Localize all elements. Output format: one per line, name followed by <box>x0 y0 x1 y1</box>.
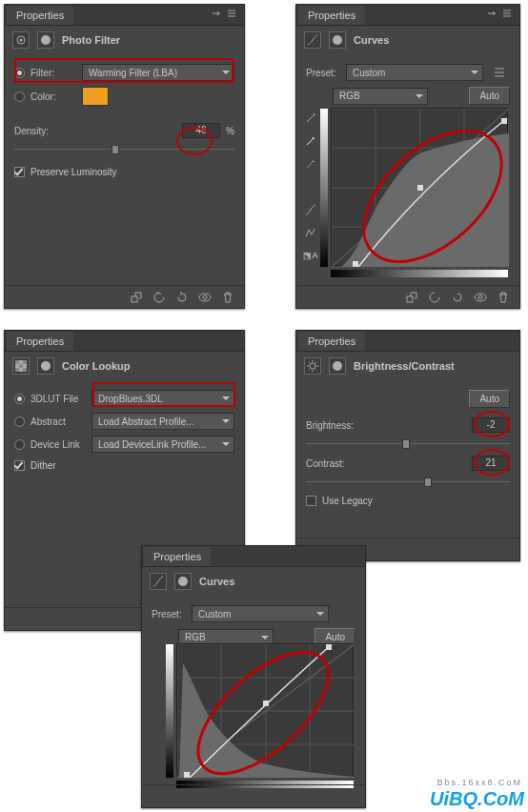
edit-points-icon[interactable] <box>148 737 165 754</box>
sample-gray-icon[interactable] <box>148 691 165 708</box>
clip-icon[interactable] <box>401 289 422 306</box>
clip-display-icon[interactable]: ⬔A <box>302 247 319 264</box>
panel-title: Color Lookup <box>62 360 131 372</box>
sample-black-icon[interactable] <box>148 714 165 731</box>
auto-button[interactable]: Auto <box>469 87 510 105</box>
visibility-icon[interactable] <box>315 788 336 805</box>
legacy-label: Use Legacy <box>322 496 373 506</box>
clip-icon[interactable] <box>247 788 268 805</box>
tabbar: Properties <box>296 331 519 352</box>
curves-tools <box>148 645 165 800</box>
reset-icon[interactable] <box>447 289 468 306</box>
layer-mask-icon[interactable] <box>37 357 54 375</box>
collapse-icon[interactable] <box>348 550 361 561</box>
clip-icon[interactable] <box>126 289 147 306</box>
visibility-icon[interactable] <box>470 289 491 306</box>
sample-black-icon[interactable] <box>302 178 319 195</box>
draw-curve-icon[interactable] <box>302 224 319 241</box>
panel-photo-filter: Properties Photo Filter Filter: Warming … <box>4 4 245 309</box>
curves-graph[interactable] <box>331 108 508 266</box>
tabbar: Properties <box>5 331 244 352</box>
panel-header: Curves <box>142 567 365 596</box>
brightness-value[interactable]: -2 <box>472 417 510 433</box>
collapse-icon[interactable] <box>502 9 516 20</box>
sample-white-icon[interactable] <box>148 668 165 685</box>
svg-point-4 <box>203 295 207 299</box>
auto-button[interactable]: Auto <box>469 390 510 408</box>
tab-properties[interactable]: Properties <box>7 6 73 25</box>
layer-mask-icon[interactable] <box>37 31 54 49</box>
brightness-label: Brightness: <box>306 420 363 431</box>
preset-menu-icon[interactable] <box>335 605 355 622</box>
color-radio[interactable] <box>14 91 25 102</box>
brightness-icon <box>304 357 321 375</box>
visibility-icon[interactable] <box>194 289 215 306</box>
curves-icon <box>304 31 321 49</box>
tab-properties[interactable]: Properties <box>298 6 365 25</box>
lut-radio[interactable] <box>14 394 25 404</box>
layer-mask-icon[interactable] <box>174 573 192 590</box>
panel-title: Photo Filter <box>62 34 120 46</box>
prev-state-icon[interactable] <box>424 289 445 306</box>
trash-icon[interactable] <box>493 289 514 306</box>
reset-icon[interactable] <box>293 788 314 805</box>
draw-curve-icon[interactable] <box>148 760 165 777</box>
svg-point-1 <box>20 39 23 42</box>
dither-checkbox[interactable] <box>14 460 25 471</box>
panel-title: Brightness/Contrast <box>354 360 455 372</box>
collapse-icon[interactable] <box>227 9 240 20</box>
layer-mask-icon[interactable] <box>329 357 346 375</box>
filter-dropdown[interactable]: Warming Filter (LBA) <box>82 64 234 81</box>
panel-menu-icon[interactable] <box>485 9 498 20</box>
trash-icon[interactable] <box>493 541 514 558</box>
lut-dropdown[interactable]: DropBlues.3DL <box>91 390 234 407</box>
visibility-icon[interactable] <box>470 541 491 558</box>
clip-icon[interactable] <box>401 541 422 558</box>
color-swatch[interactable] <box>82 87 109 106</box>
collapse-icon[interactable] <box>502 335 516 346</box>
preset-menu-icon[interactable] <box>489 64 510 81</box>
abstract-radio[interactable] <box>14 416 25 427</box>
abstract-dropdown[interactable]: Load Abstract Profile... <box>91 413 234 430</box>
trash-icon[interactable] <box>217 289 238 306</box>
channel-dropdown[interactable]: RGB <box>333 88 428 105</box>
trash-icon[interactable] <box>338 788 359 805</box>
panel-menu-icon[interactable] <box>331 550 344 561</box>
target-adjust-icon[interactable] <box>302 110 319 127</box>
lut-label: 3DLUT File <box>30 394 86 404</box>
layer-mask-icon[interactable] <box>329 31 346 49</box>
prev-state-icon[interactable] <box>149 289 170 306</box>
edit-points-icon[interactable] <box>302 201 319 218</box>
preset-dropdown[interactable]: Custom <box>192 605 329 622</box>
sample-gray-icon[interactable] <box>302 155 319 173</box>
panel-menu-icon[interactable] <box>210 335 223 346</box>
target-adjust-icon[interactable] <box>148 645 165 662</box>
panel-menu-icon[interactable] <box>485 335 498 346</box>
sample-white-icon[interactable] <box>302 132 319 150</box>
reset-icon[interactable] <box>172 289 193 306</box>
reset-icon[interactable] <box>447 541 468 558</box>
curves-graph[interactable] <box>176 643 354 777</box>
svg-rect-18 <box>15 368 19 372</box>
prev-state-icon[interactable] <box>270 788 291 805</box>
collapse-icon[interactable] <box>227 335 240 346</box>
svg-rect-22 <box>184 772 190 778</box>
panel-menu-icon[interactable] <box>210 9 223 20</box>
density-slider[interactable] <box>14 144 234 155</box>
brightness-slider[interactable] <box>306 438 510 450</box>
preset-dropdown[interactable]: Custom <box>346 64 483 81</box>
prev-state-icon[interactable] <box>424 541 445 558</box>
contrast-value[interactable]: 21 <box>472 456 510 471</box>
legacy-checkbox[interactable] <box>306 496 316 506</box>
preserve-luminosity-checkbox[interactable] <box>14 167 25 177</box>
tab-properties[interactable]: Properties <box>144 547 211 566</box>
panel-title: Curves <box>199 576 234 587</box>
device-dropdown[interactable]: Load DeviceLink Profile... <box>91 436 234 453</box>
filter-radio[interactable] <box>14 68 25 78</box>
tab-properties[interactable]: Properties <box>298 332 365 351</box>
device-radio[interactable] <box>14 439 25 450</box>
density-value[interactable]: 46 <box>182 123 220 138</box>
tab-properties[interactable]: Properties <box>7 332 73 351</box>
svg-rect-6 <box>417 185 423 191</box>
contrast-slider[interactable] <box>306 477 510 488</box>
